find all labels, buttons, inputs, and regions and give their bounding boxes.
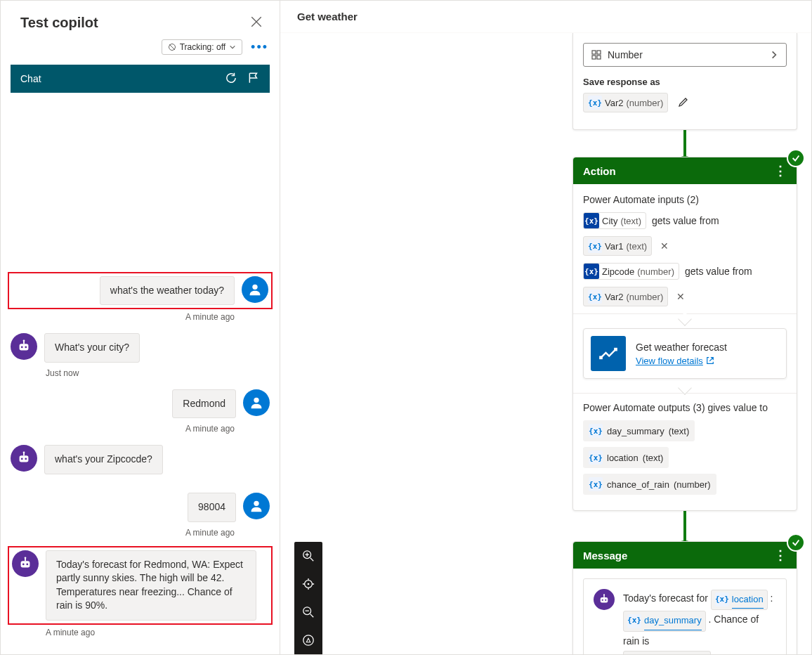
timestamp: A minute ago <box>11 424 270 434</box>
svg-rect-2 <box>20 344 29 351</box>
save-response-label: Save response as <box>583 77 787 87</box>
output-name: chance_of_rain <box>607 479 669 490</box>
svg-point-20 <box>303 635 313 645</box>
inline-variable[interactable]: {x}day_summary <box>623 611 706 632</box>
test-copilot-subheader: Tracking: off ••• <box>1 39 280 65</box>
svg-point-3 <box>21 346 23 349</box>
canvas-body[interactable]: Number Save response as {x} Var2 (number… <box>280 33 811 654</box>
person-icon <box>247 282 263 297</box>
output-name: location <box>607 453 639 463</box>
question-node[interactable]: Number Save response as {x} Var2 (number… <box>572 33 797 130</box>
bot-message-row: What's your city? <box>11 333 270 363</box>
variable-icon: {x} <box>588 290 602 304</box>
flow-card[interactable]: Get weather forecast View flow details <box>583 328 787 379</box>
source-variable-chip[interactable]: {x} Var2 (number) <box>583 287 668 306</box>
user-message-row: Redmond <box>11 389 270 419</box>
svg-point-11 <box>254 501 258 506</box>
flow-input-name: Zipcode <box>602 266 634 277</box>
svg-point-15 <box>25 557 27 559</box>
remove-variable-button[interactable]: ✕ <box>674 291 688 302</box>
bot-avatar <box>11 445 37 472</box>
bot-avatar <box>12 550 39 577</box>
output-name: day_summary <box>607 426 664 436</box>
more-options-button[interactable]: ••• <box>251 41 268 53</box>
remove-variable-button[interactable]: ✕ <box>657 240 672 252</box>
svg-rect-12 <box>21 561 30 567</box>
message-preview[interactable]: Today's forecast for {x}location : {x}da… <box>583 578 787 654</box>
svg-rect-21 <box>592 51 596 54</box>
refresh-chat-button[interactable] <box>225 72 237 86</box>
timestamp: A minute ago <box>11 528 270 538</box>
svg-rect-22 <box>597 51 601 54</box>
identify-type-dropdown[interactable]: Number <box>583 43 787 67</box>
flow-input-chip[interactable]: {x} Zipcode (number) <box>583 263 679 280</box>
action-node-header: Action ⋮ <box>573 157 797 184</box>
target-icon <box>302 578 315 590</box>
chat-header-label: Chat <box>20 73 41 84</box>
open-external-icon <box>706 356 714 365</box>
recenter-button[interactable] <box>294 570 322 598</box>
bot-message-row: what's your Zipcocde? <box>11 445 270 474</box>
gets-value-from-label: gets value from <box>652 215 719 226</box>
flow-output-chip[interactable]: {x} location (text) <box>583 447 669 468</box>
test-copilot-header: Test copilot <box>1 1 280 39</box>
check-icon <box>791 538 801 547</box>
node-column: Number Save response as {x} Var2 (number… <box>572 33 797 654</box>
variable-icon: {x} <box>584 213 599 228</box>
response-variable-chip[interactable]: {x} Var2 (number) <box>583 93 668 112</box>
svg-rect-24 <box>597 56 601 59</box>
output-type: (text) <box>669 426 690 436</box>
svg-point-14 <box>26 563 28 565</box>
message-text: Today's forecast for {x}location : {x}da… <box>623 589 776 654</box>
user-message-row: what's the weather today? <box>12 276 268 306</box>
bot-message-bubble: Today's forecast for Redmond, WA: Expect… <box>46 550 256 621</box>
message-node[interactable]: Message ⋮ Today's forecast for {x}locati… <box>572 541 797 654</box>
svg-point-4 <box>25 346 27 349</box>
person-icon <box>249 395 264 410</box>
svg-point-10 <box>23 452 25 454</box>
variable-icon: {x} <box>589 450 603 465</box>
flow-input-type: (text) <box>620 216 641 226</box>
user-message-row: 98004 <box>11 493 270 522</box>
flow-icon-box <box>591 336 626 371</box>
node-more-button[interactable]: ⋮ <box>774 549 787 562</box>
flow-input-chip[interactable]: {x} City (text) <box>583 212 646 229</box>
zoom-in-button[interactable] <box>294 542 322 570</box>
minimap-button[interactable] <box>294 626 322 654</box>
variable-type: (text) <box>627 241 648 252</box>
output-type: (number) <box>674 479 711 490</box>
bot-icon <box>18 556 33 571</box>
success-badge <box>787 533 805 552</box>
flag-icon <box>247 72 260 84</box>
tracking-toggle-button[interactable]: Tracking: off <box>162 39 242 55</box>
source-variable-chip[interactable]: {x} Var1 (text) <box>583 236 652 256</box>
dropdown-value: Number <box>608 49 643 60</box>
flow-output-chip[interactable]: {x} chance_of_rain (number) <box>583 474 716 495</box>
highlighted-message-2: Today's forecast for Redmond, WA: Expect… <box>8 546 273 625</box>
view-flow-details-link[interactable]: View flow details <box>636 356 714 366</box>
user-avatar <box>243 493 270 519</box>
svg-point-1 <box>252 284 257 289</box>
success-badge <box>787 149 805 167</box>
flow-title: Get weather forecast <box>636 342 727 353</box>
flow-icon <box>598 344 618 363</box>
outputs-section-label: Power Automate outputs (3) gives value t… <box>583 402 787 413</box>
action-header-label: Action <box>583 165 616 177</box>
compass-icon <box>302 634 315 647</box>
flag-button[interactable] <box>247 72 260 86</box>
zoom-out-button[interactable] <box>294 598 322 626</box>
inline-variable[interactable]: {x}location <box>711 590 768 611</box>
svg-rect-26 <box>614 348 617 351</box>
timestamp: A minute ago <box>11 312 270 322</box>
output-type: (text) <box>643 453 664 463</box>
close-panel-button[interactable] <box>250 15 263 30</box>
node-more-button[interactable]: ⋮ <box>774 164 787 177</box>
flow-output-chip[interactable]: {x} day_summary (text) <box>583 420 695 441</box>
edit-variable-button[interactable] <box>678 96 689 110</box>
tracking-label: Tracking: off <box>180 42 225 52</box>
variable-icon: {x} <box>589 477 603 491</box>
svg-point-30 <box>603 594 605 595</box>
authoring-canvas: Get weather <box>280 1 811 654</box>
inline-variable[interactable]: {x}chance_of_rain <box>623 651 711 654</box>
action-node[interactable]: Action ⋮ Power Automate inputs (2) {x} C… <box>572 157 797 511</box>
